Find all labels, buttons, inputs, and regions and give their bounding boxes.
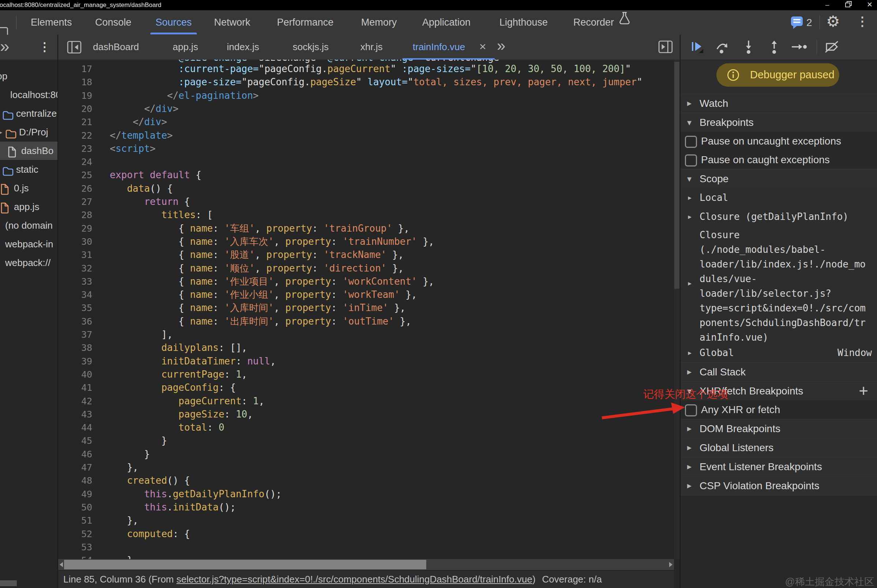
line-number[interactable]: 52 — [58, 527, 92, 541]
tab-recorder[interactable]: Recorder — [565, 10, 639, 34]
header-watch[interactable]: ▸Watch — [681, 94, 877, 113]
line-number[interactable]: 18 — [58, 75, 92, 89]
chevron-right-icon[interactable]: ▸ — [687, 476, 691, 495]
line-number[interactable]: 45 — [58, 434, 92, 447]
line-number[interactable]: 17 — [58, 62, 92, 76]
line-number[interactable]: 43 — [58, 408, 92, 421]
line-number[interactable]: 42 — [58, 394, 92, 408]
line-number[interactable]: 33 — [58, 275, 92, 288]
editor-horizontal-scrollbar[interactable] — [58, 559, 674, 570]
sidebar-item-d-proj[interactable]: ▸D:/Proj — [0, 123, 57, 141]
scope-closure-getdailyplaninfo[interactable]: ▸Closure (getDailyPlanInfo) — [681, 207, 877, 226]
line-number[interactable]: 50 — [58, 501, 92, 514]
code-editor[interactable]: @size-change="sizeChange" @current-chang… — [58, 60, 674, 559]
issues-button[interactable] — [790, 15, 804, 32]
line-number[interactable]: 28 — [58, 208, 92, 222]
header-global-listeners[interactable]: ▸Global Listeners — [681, 438, 877, 457]
filetab-app-js[interactable]: app.js — [165, 35, 205, 59]
checkbox-pause-on-caught-exceptions[interactable]: Pause on caught exceptions — [681, 150, 877, 169]
line-number[interactable]: 21 — [58, 115, 92, 129]
filetab-traininfo-vue[interactable]: trainInfo.vue — [405, 35, 472, 59]
checkbox-any-xhr-or-fetch[interactable]: Any XHR or fetch — [681, 400, 877, 419]
checkbox-unchecked[interactable] — [685, 136, 697, 148]
source-mapping-link[interactable]: selector.js?type=script&index=0!./src/co… — [176, 574, 532, 585]
line-number[interactable]: 23 — [58, 142, 92, 156]
tab-memory[interactable]: Memory — [353, 10, 405, 34]
navigator-kebab-icon[interactable]: ⋮ — [39, 40, 51, 54]
sidebar-item-webpack-in[interactable]: webpack-in — [0, 235, 57, 253]
chevron-right-icon[interactable]: ▸ — [687, 94, 691, 113]
close-tab-icon[interactable]: × — [479, 40, 486, 53]
resume-button[interactable] — [689, 40, 704, 54]
sidebar-item-centralize[interactable]: centralize — [0, 104, 57, 123]
header-breakpoints[interactable]: ▾Breakpoints — [681, 113, 877, 132]
filetab-sockjs-js[interactable]: sockjs.js — [285, 35, 336, 59]
line-number[interactable]: 22 — [58, 129, 92, 142]
tab-console[interactable]: Console — [87, 10, 139, 34]
restore-button[interactable] — [841, 0, 856, 11]
navigator-more-chevron-icon[interactable]: » — [0, 36, 9, 56]
header-scope[interactable]: ▾Scope — [681, 169, 877, 188]
horizontal-scroll-thumb[interactable] — [64, 560, 426, 569]
sidebar-item-dashbo[interactable]: dashBo — [0, 142, 57, 160]
line-number[interactable]: 30 — [58, 235, 92, 249]
sidebar-item-webpack[interactable]: webpack:// — [0, 254, 57, 272]
line-number[interactable]: 48 — [58, 474, 92, 488]
header-csp-violation-breakpoints[interactable]: ▸CSP Violation Breakpoints — [681, 476, 877, 495]
sidebar-item-app-js[interactable]: app.js — [0, 198, 57, 216]
tab-sources[interactable]: Sources — [147, 10, 200, 34]
scopewrap-closure-node-modules-babel-loader-lib-index-js-node-modules-vue-loader-lib-selector-js-type-script-index-0-src-components-schdulingdashboard-traininfo-vue[interactable]: ▸Closure (./node_modules/babel-loader/li… — [681, 226, 877, 343]
header-event-listener-breakpoints[interactable]: ▸Event Listener Breakpoints — [681, 457, 877, 476]
chevron-right-icon[interactable]: ▸ — [687, 438, 691, 457]
chevron-right-icon[interactable]: ▸ — [687, 188, 692, 207]
step-into-button[interactable] — [741, 40, 756, 54]
line-number[interactable]: 36 — [58, 315, 92, 328]
line-number[interactable]: 54 — [58, 554, 92, 559]
scopekv-global[interactable]: ▸GlobalWindow — [681, 343, 877, 362]
sidebar-item-no-domain[interactable]: (no domain — [0, 216, 57, 234]
line-number[interactable]: 27 — [58, 195, 92, 208]
line-number[interactable]: 47 — [58, 460, 92, 474]
collapse-debugger-icon[interactable] — [658, 39, 673, 56]
chevron-right-icon[interactable]: ▸ — [687, 457, 691, 476]
sidebar-item-localhost-80[interactable]: localhost:80 — [0, 86, 57, 104]
line-number[interactable]: 53 — [58, 540, 92, 554]
step-out-button[interactable] — [767, 40, 781, 54]
tab-lighthouse[interactable]: Lighthouse — [492, 10, 556, 34]
line-number[interactable]: 31 — [58, 248, 92, 262]
settings-gear-icon[interactable]: ⚙ — [826, 12, 840, 30]
line-number[interactable]: 20 — [58, 102, 92, 116]
chevron-right-icon[interactable]: ▸ — [687, 362, 691, 381]
line-number[interactable]: 40 — [58, 368, 92, 381]
chevron-right-icon[interactable]: ▸ — [0, 123, 2, 141]
chevron-down-icon[interactable]: ▾ — [687, 113, 691, 132]
scroll-right-arrow-icon[interactable] — [669, 562, 673, 567]
line-number[interactable]: 39 — [58, 354, 92, 368]
tab-performance[interactable]: Performance — [269, 10, 342, 34]
line-number[interactable]: 44 — [58, 421, 92, 434]
checkbox-unchecked[interactable] — [685, 154, 697, 166]
collapse-navigator-icon[interactable] — [67, 39, 82, 56]
line-number[interactable]: 25 — [58, 168, 92, 182]
sidebar-item-static[interactable]: static — [0, 160, 57, 178]
chevron-right-icon[interactable]: ▸ — [687, 278, 692, 288]
sidebar-scrollbar[interactable] — [0, 580, 17, 586]
scope-local[interactable]: ▸Local — [681, 188, 877, 207]
deactivate-breakpoints-button[interactable] — [824, 40, 839, 54]
more-tabs-chevron-icon[interactable]: » — [497, 37, 505, 54]
checkbox-pause-on-uncaught-exceptions[interactable]: Pause on uncaught exceptions — [681, 132, 877, 150]
add-xhr-breakpoint-button[interactable]: + — [859, 382, 868, 400]
line-number[interactable]: 26 — [58, 182, 92, 195]
sidebar-item-top[interactable]: top — [0, 67, 57, 85]
kebab-menu-icon[interactable]: ⋮ — [856, 14, 869, 28]
step-button[interactable] — [791, 40, 806, 54]
vertical-scroll-thumb[interactable] — [674, 62, 679, 289]
filetab-index-js[interactable]: index.js — [219, 35, 266, 59]
line-number[interactable]: 19 — [58, 89, 92, 102]
line-number[interactable]: 49 — [58, 488, 92, 501]
line-number[interactable]: 24 — [58, 155, 92, 169]
minimize-button[interactable]: – — [820, 0, 835, 10]
chevron-right-icon[interactable]: ▸ — [687, 207, 692, 226]
sidebar-item-0-js[interactable]: 0.js — [0, 179, 57, 197]
line-number[interactable]: 35 — [58, 301, 92, 315]
